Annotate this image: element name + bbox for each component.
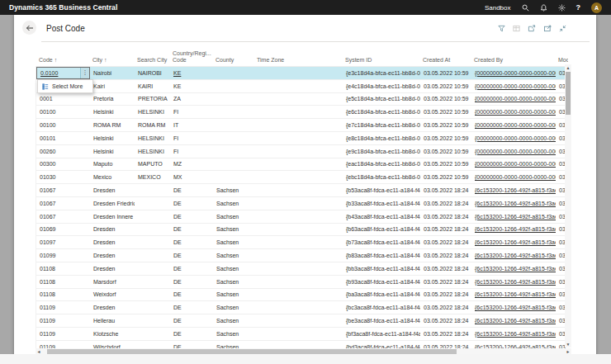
table-row[interactable]: 00100HelsinkiHELSINKIFI{e6c18d4a-bfca-ec…: [36, 106, 568, 119]
notifications-bell-icon[interactable]: [540, 4, 547, 12]
table-row[interactable]: 00260HelsinkiHELSINKIFI{e9c18d4a-bfca-ec…: [36, 145, 568, 158]
page-title: Post Code: [46, 24, 85, 33]
column-header-created_at[interactable]: Created At: [419, 57, 471, 66]
cell-created_by[interactable]: {6c153200-1266-492f-a815-f3ae...: [471, 197, 556, 210]
environment-badge[interactable]: Sandbox: [485, 4, 511, 12]
cell-created_by[interactable]: {00000000-0000-0000-0000-000...: [471, 106, 556, 118]
cell-created_by[interactable]: {6c153200-1266-492f-a815-f3ae...: [471, 262, 556, 275]
help-icon[interactable]: ?: [576, 3, 581, 12]
cell-created_by[interactable]: {6c153200-1266-492f-a815-f3ae...: [471, 289, 556, 301]
share-icon[interactable]: [528, 25, 536, 32]
cell-search_city: [135, 197, 170, 210]
column-header-created_by[interactable]: Created By: [471, 57, 555, 66]
table-row[interactable]: 00100ROMA RMROMA RMIT{e7c18d4a-bfca-ec11…: [36, 119, 568, 132]
cell-created_at: 03.05.2022 10:59: [420, 171, 471, 183]
cell-created_by[interactable]: {00000000-0000-0000-0000-000...: [471, 119, 556, 131]
table-row[interactable]: 01099DresdenDESachsen{b83aca8f-fdca-ec11…: [36, 249, 568, 262]
cell-created_by[interactable]: {6c153200-1266-492f-a815-f3ae...: [471, 301, 556, 314]
cell-county: Sachsen: [213, 301, 254, 314]
column-header-county[interactable]: County: [212, 57, 253, 66]
cell-created_at: 03.05.2022 10:59: [420, 132, 471, 144]
cell-time_zone: [254, 197, 343, 210]
cell-created_at: 03.05.2022 18:24: [420, 328, 471, 340]
cell-created_by[interactable]: {6c153200-1266-492f-a815-f3ae...: [471, 276, 556, 288]
cell-search_city: [135, 236, 170, 248]
table-row[interactable]: 01109DresdenDESachsen{bc3aca8f-fdca-ec11…: [36, 301, 568, 314]
cell-created_by[interactable]: {00000000-0000-0000-0000-000...: [471, 171, 556, 183]
cell-created_by[interactable]: {6c153200-1266-492f-a815-f3ae...: [471, 341, 556, 348]
cell-country: DE: [170, 236, 213, 248]
open-in-new-window-icon[interactable]: [543, 25, 552, 32]
cell-created_at: 03.05.2022 10:59: [420, 119, 471, 131]
cell-city: Hellerau: [90, 314, 135, 327]
scroll-down-icon[interactable]: ▼: [565, 341, 571, 347]
cell-country: DE: [170, 262, 213, 275]
back-button[interactable]: [22, 21, 36, 35]
cell-created_by[interactable]: {00000000-0000-0000-0000-000...: [471, 67, 556, 79]
cell-code: 00101: [36, 132, 90, 144]
code-link[interactable]: 0.0100: [40, 70, 58, 76]
cell-code: 00100: [36, 119, 90, 131]
table-row[interactable]: 0001PretoriaPRETORIAZA{e5c18d4a-bfca-ec1…: [36, 93, 568, 106]
app-title[interactable]: Dynamics 365 Business Central: [9, 3, 117, 12]
cell-county: Sachsen: [213, 341, 254, 348]
table-row[interactable]: 00101HelsinkiHELSINKIFI{e8c18d4a-bfca-ec…: [36, 132, 568, 145]
cell-created_by[interactable]: {00000000-0000-0000-0000-000...: [471, 158, 556, 171]
cell-created_by[interactable]: {6c153200-1266-492f-a815-f3ae...: [471, 184, 556, 196]
table-row[interactable]: 01067DresdenDESachsen{b53aca8f-fdca-ec11…: [36, 184, 568, 197]
table-row[interactable]: 01067Dresden Innere ...DESachsen{b43aca8…: [36, 210, 568, 224]
cell-created_by[interactable]: {00000000-0000-0000-0000-000...: [471, 132, 556, 144]
table-row[interactable]: 01108WeixdorfDESachsen{ba3aca8f-fdca-ec1…: [36, 289, 568, 302]
cell-county: Sachsen: [213, 276, 254, 288]
cell-created_by[interactable]: {6c153200-1266-492f-a815-f3ae...: [471, 224, 556, 236]
cell-city: Weixdorf: [90, 289, 135, 301]
cell-code: 01097: [36, 236, 90, 248]
row-more-icon[interactable]: ⋮: [80, 68, 89, 78]
table-row[interactable]: 01109HellerauDESachsen{be3aca8f-fdca-ec1…: [36, 314, 568, 328]
context-menu-select-more[interactable]: Select More: [37, 79, 93, 93]
table-row[interactable]: 01069DresdenDESachsen{b63aca8f-fdca-ec11…: [36, 224, 568, 237]
cell-created_by[interactable]: {00000000-0000-0000-0000-000...: [471, 93, 556, 106]
table-row[interactable]: 01108DresdenDESachsen{bb3aca8f-fdca-ec11…: [36, 262, 568, 276]
table-row[interactable]: 01108MarsdorfDESachsen{b93aca8f-fdca-ec1…: [36, 276, 568, 289]
cell-created_by[interactable]: {6c153200-1266-492f-a815-f3ae...: [471, 210, 556, 223]
cell-created_by[interactable]: {6c153200-1266-492f-a815-f3ae...: [471, 314, 556, 327]
avatar[interactable]: A: [591, 2, 602, 13]
search-icon[interactable]: [522, 4, 529, 12]
cell-code: 01067: [36, 210, 90, 223]
table-row[interactable]: 01030MexicoMEXICOMX{ebc18d4a-bfca-ec11-b…: [36, 171, 568, 184]
table-row[interactable]: 01067Dresden Friedric...DESachsen{b33aca…: [36, 197, 568, 210]
settings-gear-icon[interactable]: [558, 4, 566, 12]
column-header-system_id[interactable]: System ID: [342, 57, 419, 66]
cell-country: FI: [170, 106, 213, 118]
cell-country[interactable]: KE: [170, 67, 213, 79]
column-header-country[interactable]: Country/Regi... Code: [169, 50, 212, 66]
cell-created_by[interactable]: {6c153200-1266-492f-a815-f3ae...: [471, 236, 556, 248]
table-row[interactable]: 01109WilschdorfDESachsen{bd3aca8f-fdca-e…: [36, 341, 568, 348]
column-header-time_zone[interactable]: Time Zone: [253, 57, 342, 66]
cell-system_id: {bf3aca8f-fdca-ec11-a184-f4ac...: [343, 328, 420, 340]
cell-created_by[interactable]: {6c153200-1266-492f-a815-f3ae...: [471, 328, 556, 340]
table-row[interactable]: 00300MaputoMAPUTOMZ{eac18d4a-bfca-ec11-b…: [36, 158, 568, 172]
cell-created_at: 03.05.2022 10:59: [420, 145, 471, 158]
vertical-scrollbar[interactable]: ▲ ▼: [565, 64, 571, 347]
table-row[interactable]: 01097DresdenDESachsen{b73aca8f-fdca-ec11…: [36, 236, 568, 249]
column-header-code[interactable]: Code ↑: [36, 57, 89, 66]
cell-city: Helsinki: [90, 132, 135, 144]
vertical-scroll-thumb[interactable]: [566, 72, 571, 115]
cell-system_id: {b33aca8f-fdca-ec11-a184-f4a...: [343, 197, 420, 210]
column-header-city[interactable]: City ↑: [89, 57, 134, 66]
table-row[interactable]: KairiKAIRIKE{e4c18d4a-bfca-ec11-bb8d-00.…: [36, 80, 568, 93]
scroll-up-icon[interactable]: ▲: [565, 64, 571, 71]
cell-created_by[interactable]: {00000000-0000-0000-0000-000...: [471, 80, 556, 92]
table-row[interactable]: 01109KlotzscheDESachsen{bf3aca8f-fdca-ec…: [36, 328, 568, 341]
cell-created_by[interactable]: {00000000-0000-0000-0000-000...: [471, 145, 556, 158]
table-row[interactable]: 0.0100⋮NairobiNAIROBIKE{e3c18d4a-bfca-ec…: [36, 67, 568, 80]
filter-icon[interactable]: [498, 25, 505, 32]
cell-search_city: PRETORIA: [135, 93, 170, 106]
column-header-search_city[interactable]: Search City: [134, 57, 169, 66]
cell-created_by[interactable]: {6c153200-1266-492f-a815-f3ae...: [471, 249, 556, 262]
collapse-expand-icon[interactable]: [559, 25, 566, 32]
cell-search_city: HELSINKI: [135, 106, 170, 118]
cell-time_zone: [254, 119, 343, 131]
